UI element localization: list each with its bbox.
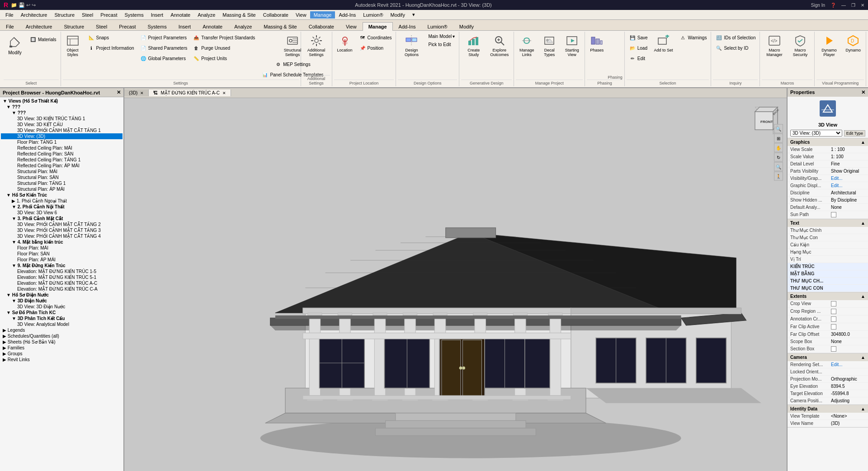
quick-access-toolbar[interactable]: 📁 💾 ↩ ↪ — [11, 2, 36, 8]
tree-item[interactable]: Floor Plan: MÁI — [1, 245, 123, 251]
annotation-checkbox[interactable] — [831, 316, 836, 322]
menu-item-file[interactable]: File — [2, 11, 17, 19]
minimize-btn[interactable]: — — [841, 3, 846, 8]
purge-button[interactable]: 🗑 Purge Unused — [190, 43, 257, 53]
menu-item-annotate[interactable]: Annotate — [167, 11, 194, 19]
modify-button[interactable]: Modify — [4, 33, 26, 57]
menu-item-collaborate[interactable]: Collaborate — [259, 11, 292, 19]
tree-item[interactable]: ▶ 1. Phối Cảnh Ngoại Thất — [1, 198, 123, 204]
tree-item[interactable]: Structural Plan: MÁI — [1, 169, 123, 174]
position-button[interactable]: 📌 Position — [357, 43, 394, 53]
macro-security-button[interactable]: Macro Security — [788, 33, 812, 59]
location-button[interactable]: Location — [334, 33, 356, 54]
tree-item[interactable]: 3D View: 3D KIẾN TRÚC TẦNG 1 — [1, 116, 123, 122]
tree-item[interactable]: ▶ Revit Links — [1, 357, 123, 363]
tree-item[interactable]: Floor Plan: SÀN — [1, 251, 123, 257]
menu-item-structure[interactable]: Structure — [51, 11, 78, 19]
help-btn[interactable]: ❓ — [830, 3, 836, 8]
far-clip-checkbox[interactable] — [831, 324, 836, 330]
identity-section-header[interactable]: Identity Data ▲ — [788, 405, 868, 413]
tree-item[interactable]: ▼ Hồ Sơ Điện Nước — [1, 292, 123, 298]
ribbon-tab-lumion®[interactable]: Lumion® — [422, 22, 453, 31]
view-dropdown-select[interactable]: 3D View: (3D) — [790, 130, 842, 137]
create-study-button[interactable]: Create Study — [461, 33, 486, 59]
viewport[interactable]: FRONT BACK 🔍 ⊞ ✋ ↻ 🔍 🚶 — [124, 98, 787, 471]
view-tab-elevation[interactable]: 🏗 MẶT ĐỨNG KIẾN TRÚC A-C ✕ — [149, 89, 231, 96]
tree-item[interactable]: 3D View: PHỐI CẢNH MẶT CẮT TẦNG 1 — [1, 127, 123, 133]
edit-selection-button[interactable]: ✏ Edit — [627, 53, 650, 63]
view-tab-3d[interactable]: (3D) ✕ — [124, 89, 149, 96]
ribbon-tab-systems[interactable]: Systems — [142, 22, 172, 31]
tree-item[interactable]: ▶ Sheets (Hồ Sơ Bản Vẽ) — [1, 339, 123, 345]
tree-item[interactable]: ▶ Families — [1, 345, 123, 351]
tree-item[interactable]: Reflected Ceiling Plan: ÁP MÁI — [1, 163, 123, 169]
menu-item-insert[interactable]: Insert — [147, 11, 167, 19]
menu-item-analyze[interactable]: Analyze — [194, 11, 219, 19]
menu-item-lumion®[interactable]: Lumion® — [359, 11, 387, 19]
tree-item[interactable]: Elevation: MẶT ĐỨNG KIẾN TRÚC C-A — [1, 286, 123, 292]
decal-types-button[interactable]: Decal Types — [538, 33, 560, 59]
ids-of-selection-button[interactable]: 🔢 IDs of Selection — [713, 33, 758, 42]
menu-item-massing-&-site[interactable]: Massing & Site — [219, 11, 259, 19]
warnings-button[interactable]: ⚠ Warnings — [677, 33, 709, 42]
zoom-in-btn[interactable]: 🔍 — [774, 124, 783, 133]
menu-item-systems[interactable]: Systems — [121, 11, 147, 19]
orbit-btn[interactable]: ↻ — [774, 153, 783, 162]
tree-item[interactable]: ▼ 9. Mặt Đứng Kiến Trúc — [1, 263, 123, 268]
menu-item-steel[interactable]: Steel — [78, 11, 97, 19]
tree-item[interactable]: ▶ Legends — [1, 327, 123, 333]
materials-button[interactable]: 🔲 Materials — [27, 34, 59, 44]
sun-path-checkbox[interactable] — [831, 212, 836, 217]
project-info-button[interactable]: ℹ Project Information — [85, 43, 137, 53]
ribbon-tab-collaborate[interactable]: Collaborate — [303, 22, 340, 31]
tree-item[interactable]: 3D View: PHỐI CẢNH MẶT CẮT TẦNG 4 — [1, 233, 123, 239]
tree-item[interactable]: Elevation: MẶT ĐỨNG KIẾN TRÚC 5-1 — [1, 274, 123, 280]
tree-item[interactable]: Elevation: MẶT ĐỨNG KIẾN TRÚC 1-5 — [1, 268, 123, 274]
tree-item[interactable]: 3D View: 3D KẾT CẤU — [1, 122, 123, 127]
object-styles-button[interactable]: Object Styles — [63, 33, 83, 59]
restore-btn[interactable]: ❐ — [851, 3, 855, 8]
project-browser-close[interactable]: ✕ — [117, 89, 121, 95]
transfer-standards-button[interactable]: 📤 Transfer Project Standards — [190, 33, 257, 42]
tree-item[interactable]: Floor Plan: ÁP MÁI — [1, 257, 123, 263]
project-units-button[interactable]: 📏 Project Units — [190, 53, 257, 63]
ribbon-tab-add-ins[interactable]: Add-Ins — [393, 22, 422, 31]
coordinates-button[interactable]: 🗺 Coordinates — [357, 33, 394, 42]
tree-item[interactable]: 3D View: PHỐI CẢNH MẶT CẮT TẦNG 3 — [1, 227, 123, 233]
tree-item[interactable]: Reflected Ceiling Plan: TẦNG 1 — [1, 157, 123, 163]
tree-item[interactable]: ▼ 2. Phối Cảnh Nội Thất — [1, 204, 123, 210]
crop-view-checkbox[interactable] — [831, 301, 836, 306]
manage-links-button[interactable]: Manage Links — [516, 33, 538, 59]
tree-item[interactable]: ▼ 3D Phân Tích Kết Cấu — [1, 316, 123, 321]
global-params-button[interactable]: 🌐 Global Parameters — [137, 53, 190, 63]
ribbon-tab-massing-&-site[interactable]: Massing & Site — [258, 22, 302, 31]
tree-item[interactable]: Floor Plan: TẦNG 1 — [1, 139, 123, 145]
tree-item[interactable]: Reflected Ceiling Plan: MÁI — [1, 145, 123, 151]
save-selection-button[interactable]: 💾 Save — [627, 33, 650, 42]
project-browser-tree[interactable]: ▼ Views (Hồ Sơ Thiết Kế)▼ ???▼ ??? 3D Vi… — [0, 97, 123, 471]
edit-type-button[interactable]: Edit Type — [844, 130, 865, 137]
ribbon-tab-annotate[interactable]: Annotate — [197, 22, 228, 31]
view-tab-3d-close[interactable]: ✕ — [140, 91, 144, 95]
menu-item-modify[interactable]: Modify — [387, 11, 409, 19]
tree-item[interactable]: ▶ Groups — [1, 351, 123, 357]
properties-close-btn[interactable]: ✕ — [861, 89, 865, 95]
ribbon-tab-modify[interactable]: Modify — [453, 22, 480, 31]
zoom-out-btn[interactable]: 🔍 — [774, 162, 783, 171]
crop-region-checkbox[interactable] — [831, 309, 836, 314]
starting-view-button[interactable]: Starting View — [561, 33, 583, 59]
dynamo-button[interactable]: D Dynamo — [842, 33, 864, 54]
menu-item-precast[interactable]: Precast — [97, 11, 121, 19]
tree-item[interactable]: ▼ 3D Điện Nước — [1, 298, 123, 304]
tree-item[interactable]: 3D View: Analytical Model — [1, 321, 123, 327]
tree-item[interactable]: ▼ ??? — [1, 110, 123, 116]
pick-to-edit-button[interactable]: Pick to Edit — [426, 41, 457, 48]
tree-item[interactable]: 3D View: (3D) — [1, 133, 123, 139]
zoom-extents-btn[interactable]: ⊞ — [774, 134, 783, 143]
walk-btn[interactable]: 🚶 — [774, 172, 783, 181]
tree-item[interactable]: 3D View: 3D Điện Nước — [1, 304, 123, 310]
menu-item-add-ins[interactable]: Add-Ins — [335, 11, 359, 19]
snaps-button[interactable]: 📐 Snaps — [85, 33, 137, 42]
ribbon-tab-insert[interactable]: Insert — [173, 22, 197, 31]
tree-item[interactable]: Structural Plan: ÁP MÁI — [1, 186, 123, 192]
